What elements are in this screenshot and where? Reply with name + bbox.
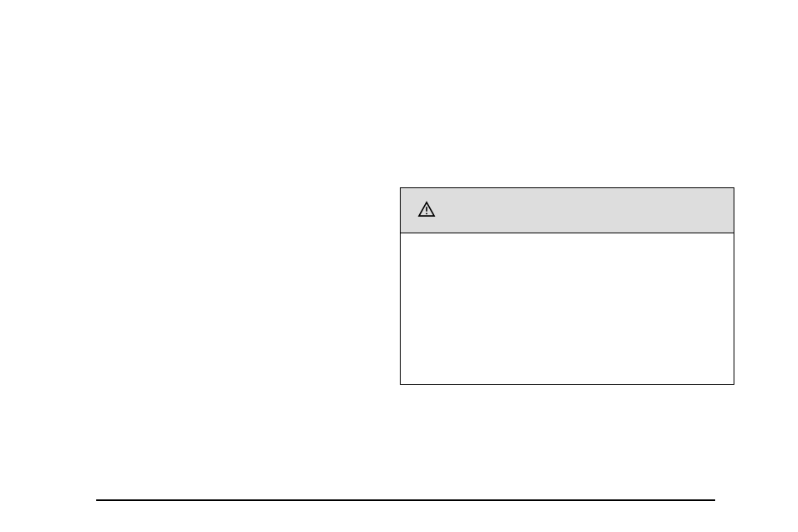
- page-divider: [96, 499, 715, 501]
- caution-box: [400, 187, 734, 385]
- caution-header: [401, 188, 734, 233]
- warning-icon: [417, 201, 436, 221]
- caution-body: [401, 233, 734, 384]
- svg-point-1: [426, 212, 427, 214]
